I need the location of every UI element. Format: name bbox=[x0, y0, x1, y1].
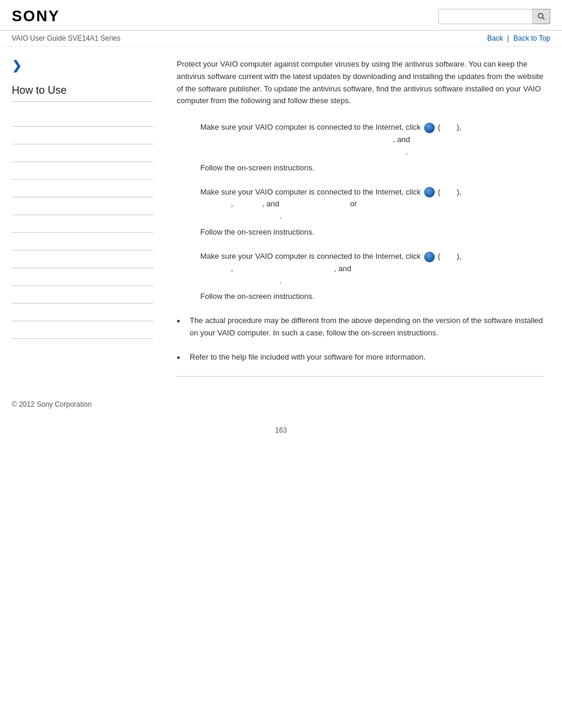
step-1-block: Make sure your VAIO computer is connecte… bbox=[200, 121, 544, 172]
nav-separator: | bbox=[507, 34, 509, 42]
step-1-instruction: Make sure your VAIO computer is connecte… bbox=[200, 121, 544, 158]
step-2-instruction: Make sure your VAIO computer is connecte… bbox=[200, 186, 544, 223]
content-divider bbox=[177, 376, 544, 377]
globe-icon-2 bbox=[424, 187, 435, 197]
nav-links: Back | Back to Top bbox=[487, 34, 550, 42]
list-item[interactable] bbox=[12, 162, 153, 180]
sidebar-links bbox=[12, 109, 153, 339]
sidebar-section-title: How to Use bbox=[12, 84, 153, 102]
note-item-1: • The actual procedure may be different … bbox=[177, 315, 544, 340]
search-button[interactable] bbox=[533, 9, 550, 24]
content-area: Protect your VAIO computer against compu… bbox=[165, 47, 550, 388]
list-item[interactable] bbox=[12, 109, 153, 127]
svg-point-0 bbox=[538, 13, 543, 18]
svg-line-1 bbox=[542, 17, 544, 19]
list-item[interactable] bbox=[12, 127, 153, 144]
sidebar-arrow[interactable]: ❯ bbox=[12, 58, 153, 73]
step-3-instruction: Make sure your VAIO computer is connecte… bbox=[200, 251, 544, 287]
intro-paragraph: Protect your VAIO computer against compu… bbox=[177, 58, 544, 107]
nav-bar: VAIO User Guide SVE14A1 Series Back | Ba… bbox=[0, 31, 562, 47]
header: SONY bbox=[0, 0, 562, 31]
copyright-text: © 2012 Sony Corporation bbox=[12, 400, 92, 409]
list-item[interactable] bbox=[12, 144, 153, 162]
bullet-2: • bbox=[177, 351, 187, 364]
note-2-text: Refer to the help file included with you… bbox=[190, 351, 425, 364]
list-item[interactable] bbox=[12, 321, 153, 339]
breadcrumb: VAIO User Guide SVE14A1 Series bbox=[12, 34, 121, 42]
list-item[interactable] bbox=[12, 304, 153, 321]
note-item-2: • Refer to the help file included with y… bbox=[177, 351, 544, 364]
step-2-follow: Follow the on-screen instructions. bbox=[200, 228, 544, 236]
step-3-block: Make sure your VAIO computer is connecte… bbox=[200, 251, 544, 301]
footer: © 2012 Sony Corporation bbox=[0, 388, 562, 420]
search-icon bbox=[537, 12, 546, 21]
main-container: ❯ How to Use Protect your VAIO computer … bbox=[0, 47, 562, 388]
step-1-follow: Follow the on-screen instructions. bbox=[200, 163, 544, 172]
list-item[interactable] bbox=[12, 286, 153, 304]
note-1-text: The actual procedure may be different fr… bbox=[190, 315, 544, 340]
bullet-1: • bbox=[177, 315, 187, 328]
list-item[interactable] bbox=[12, 233, 153, 251]
list-item[interactable] bbox=[12, 268, 153, 286]
list-item[interactable] bbox=[12, 197, 153, 215]
globe-icon-3 bbox=[424, 252, 435, 262]
sony-logo: SONY bbox=[12, 7, 60, 25]
page-number: 163 bbox=[0, 420, 562, 446]
step-2-block: Make sure your VAIO computer is connecte… bbox=[200, 186, 544, 236]
list-item[interactable] bbox=[12, 251, 153, 268]
step-3-follow: Follow the on-screen instructions. bbox=[200, 292, 544, 301]
search-area bbox=[438, 9, 550, 24]
sidebar: ❯ How to Use bbox=[12, 47, 165, 388]
notes-section: • The actual procedure may be different … bbox=[177, 315, 544, 364]
back-link[interactable]: Back bbox=[487, 34, 503, 42]
globe-icon-1 bbox=[424, 123, 435, 133]
back-to-top-link[interactable]: Back to Top bbox=[514, 34, 551, 42]
list-item[interactable] bbox=[12, 215, 153, 233]
search-input[interactable] bbox=[438, 9, 533, 24]
list-item[interactable] bbox=[12, 180, 153, 197]
